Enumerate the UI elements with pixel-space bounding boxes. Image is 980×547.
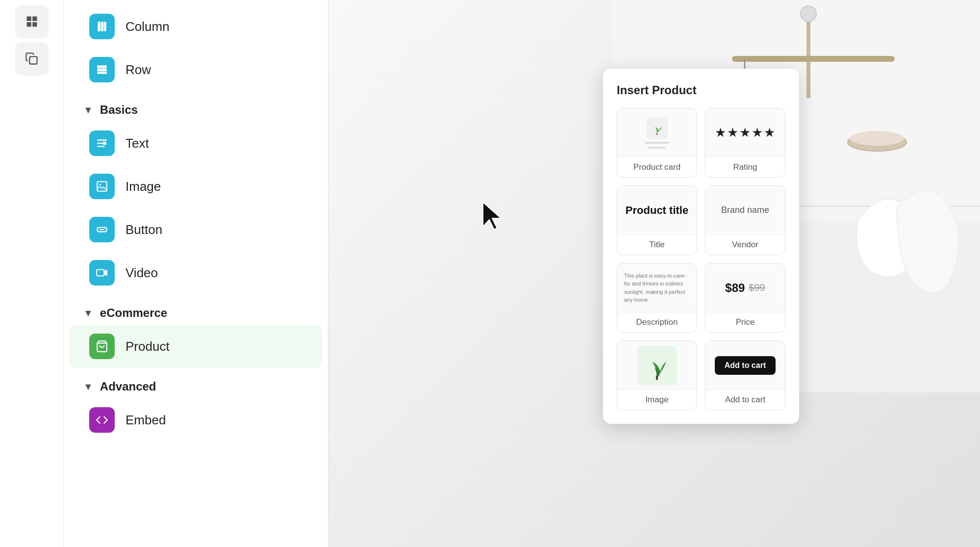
rating-preview: ★★★★★ bbox=[705, 108, 785, 157]
sidebar-item-button[interactable]: Button bbox=[70, 208, 322, 251]
plant-img bbox=[637, 346, 677, 385]
svg-rect-12 bbox=[97, 182, 107, 191]
copy-button[interactable] bbox=[15, 42, 49, 76]
svg-rect-3 bbox=[32, 22, 37, 26]
popup-grid: Product card ★★★★★ Rating Product title … bbox=[617, 108, 785, 410]
column-label: Column bbox=[126, 19, 170, 34]
svg-rect-5 bbox=[98, 22, 100, 31]
button-icon bbox=[89, 217, 115, 242]
text-label: Text bbox=[126, 136, 149, 151]
svg-rect-2 bbox=[26, 22, 31, 26]
advanced-section-header[interactable]: ▼ Advanced bbox=[64, 368, 328, 398]
layout-button[interactable] bbox=[15, 5, 49, 38]
svg-rect-11 bbox=[103, 142, 106, 145]
rating-label: Rating bbox=[705, 157, 785, 177]
image-label: Image bbox=[126, 179, 161, 194]
sidebar-item-video[interactable]: Video bbox=[70, 251, 322, 294]
svg-rect-8 bbox=[97, 65, 107, 68]
svg-point-25 bbox=[850, 131, 904, 146]
copy-icon bbox=[25, 52, 39, 66]
embed-label: Embed bbox=[126, 413, 166, 428]
svg-rect-9 bbox=[97, 69, 107, 71]
product-label: Product bbox=[126, 339, 170, 354]
svg-rect-1 bbox=[32, 17, 37, 21]
price-main: $89 bbox=[725, 281, 745, 295]
column-icon bbox=[89, 14, 115, 39]
vendor-label: Vendor bbox=[705, 235, 785, 255]
sidebar: Column Row ▼ Basics Text bbox=[64, 0, 328, 547]
sidebar-item-row[interactable]: Row bbox=[70, 48, 322, 91]
popup-card-price[interactable]: $89 $99 Price bbox=[705, 263, 785, 333]
vendor-preview: Brand name bbox=[705, 186, 785, 235]
add-to-cart-btn[interactable]: Add to cart bbox=[715, 356, 776, 375]
sidebar-item-image[interactable]: Image bbox=[70, 165, 322, 208]
ecommerce-section-label: eCommerce bbox=[100, 306, 167, 320]
image-card-label: Image bbox=[617, 390, 697, 410]
popup-card-vendor[interactable]: Brand name Vendor bbox=[705, 185, 785, 255]
popup-card-product-card[interactable]: Product card bbox=[617, 108, 697, 178]
popup-card-add-to-cart[interactable]: Add to cart Add to cart bbox=[705, 340, 785, 410]
popup-card-image[interactable]: Image bbox=[617, 340, 697, 410]
svg-point-13 bbox=[100, 184, 101, 185]
title-text: Product title bbox=[626, 204, 688, 217]
title-label: Title bbox=[617, 235, 697, 255]
popup-title: Insert Product bbox=[617, 83, 785, 97]
popup-card-rating[interactable]: ★★★★★ Rating bbox=[705, 108, 785, 178]
image-preview bbox=[617, 341, 697, 390]
svg-rect-10 bbox=[97, 72, 107, 74]
video-label: Video bbox=[126, 265, 158, 281]
svg-point-26 bbox=[801, 6, 816, 22]
basics-chevron: ▼ bbox=[83, 104, 93, 116]
ecommerce-chevron: ▼ bbox=[83, 308, 93, 319]
price-preview: $89 $99 bbox=[705, 263, 785, 313]
embed-icon bbox=[89, 407, 115, 433]
svg-rect-30 bbox=[656, 375, 658, 380]
sidebar-item-product[interactable]: Product bbox=[70, 325, 322, 368]
button-label: Button bbox=[126, 222, 162, 237]
svg-rect-0 bbox=[26, 17, 31, 21]
rating-stars: ★★★★★ bbox=[715, 125, 776, 140]
add-to-cart-label: Add to cart bbox=[705, 390, 785, 410]
product-card-label: Product card bbox=[617, 157, 697, 177]
add-to-cart-preview: Add to cart bbox=[705, 341, 785, 390]
vendor-text: Brand name bbox=[721, 205, 769, 215]
price-label: Price bbox=[705, 313, 785, 332]
price-old: $99 bbox=[749, 282, 765, 293]
title-preview: Product title bbox=[617, 186, 697, 235]
sidebar-item-column[interactable]: Column bbox=[70, 5, 322, 48]
insert-product-popup: Insert Product bbox=[603, 69, 799, 424]
row-label: Row bbox=[126, 62, 151, 78]
image-icon bbox=[89, 174, 115, 199]
svg-rect-16 bbox=[97, 270, 104, 276]
description-text: This plant is easy-to-care-for and thriv… bbox=[622, 270, 692, 306]
product-card-img bbox=[646, 117, 668, 139]
svg-rect-4 bbox=[29, 56, 37, 64]
ecommerce-section-header[interactable]: ▼ eCommerce bbox=[64, 294, 328, 325]
product-card-preview bbox=[617, 108, 697, 157]
row-icon bbox=[89, 57, 115, 82]
advanced-chevron: ▼ bbox=[83, 381, 93, 392]
basics-section-header[interactable]: ▼ Basics bbox=[64, 91, 328, 122]
product-icon bbox=[89, 334, 115, 359]
description-label: Description bbox=[617, 313, 697, 332]
advanced-section-label: Advanced bbox=[100, 380, 156, 393]
basics-section-label: Basics bbox=[100, 103, 138, 117]
svg-rect-6 bbox=[101, 22, 103, 31]
svg-rect-7 bbox=[104, 22, 106, 31]
popup-card-title[interactable]: Product title Title bbox=[617, 185, 697, 255]
description-preview: This plant is easy-to-care-for and thriv… bbox=[617, 263, 697, 313]
layout-icon bbox=[25, 15, 39, 28]
text-icon bbox=[89, 130, 115, 156]
main-content: Insert Product bbox=[328, 0, 980, 547]
icon-bar bbox=[0, 0, 64, 547]
video-icon bbox=[89, 260, 115, 286]
popup-card-description[interactable]: This plant is easy-to-care-for and thriv… bbox=[617, 263, 697, 333]
sidebar-item-text[interactable]: Text bbox=[70, 122, 322, 165]
sidebar-item-embed[interactable]: Embed bbox=[70, 398, 322, 442]
